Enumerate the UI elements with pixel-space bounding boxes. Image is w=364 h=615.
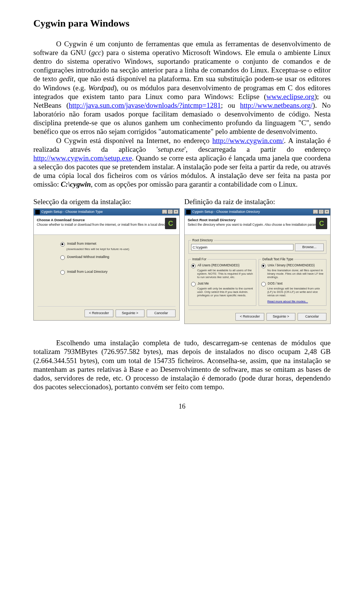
radio-icon [60, 255, 65, 260]
window-title: Cygwin Setup - Choose Installation Type [41, 210, 103, 214]
radio-just-me[interactable]: Just Me [191, 282, 254, 286]
dialog-install-type: Cygwin Setup - Choose Installation Type … [33, 208, 180, 321]
radio-download-only[interactable]: Download Without Installing [60, 255, 176, 260]
group-label: Root Directory [191, 238, 214, 242]
cygwin-logo-icon: C [165, 218, 176, 229]
radio-label: Install from Internet [67, 242, 96, 246]
radio-install-internet[interactable]: Install from Internet [60, 242, 176, 247]
browse-button[interactable]: Browse... [295, 244, 324, 251]
text: ', descarregada a partir do endereço [184, 145, 331, 153]
file-type-group: Default Text File Type Unix / binary (RE… [259, 259, 326, 306]
left-screenshot-col: Selecção da origem da instalação: Cygwin… [33, 197, 180, 324]
dialog-install-dir: Cygwin Setup - Choose Installation Direc… [184, 208, 331, 324]
screenshots-row: Selecção da origem da instalação: Cygwin… [33, 197, 331, 324]
window-title: Cygwin Setup - Choose Installation Direc… [192, 210, 260, 214]
cygwin-logo-icon: C [316, 218, 327, 229]
cygwin-setup-link[interactable]: http://www.cygwin.com/setup.exe [33, 154, 132, 162]
root-directory-group: Root Directory Browse... [188, 240, 326, 254]
left-caption: Selecção da origem da instalação: [33, 197, 180, 206]
radio-dos-text[interactable]: DOS / text [261, 282, 324, 286]
minimize-button[interactable]: _ [313, 209, 318, 214]
dialog-subheading: Choose whether to install or download fr… [37, 223, 176, 226]
minimize-button[interactable]: _ [162, 209, 167, 214]
right-caption: Definição da raiz de instalação: [184, 197, 331, 206]
group-label: Default Text File Type [261, 257, 294, 261]
file-modes-link[interactable]: Read more about file modes... [267, 300, 324, 304]
dialog-heading: Select Root Install Directory [188, 218, 327, 222]
gedit-term: gedit [59, 75, 74, 83]
radio-icon [261, 282, 266, 286]
paragraph-3: Escolhendo uma instalação completa de tu… [33, 338, 331, 391]
back-button[interactable]: < Retroceder [85, 310, 113, 317]
dialog-body: Install from Internet (downloaded files … [34, 235, 179, 306]
radio-icon [191, 264, 196, 268]
radio-icon [60, 242, 65, 247]
dialog-header: Choose A Download Source Choose whether … [34, 215, 179, 235]
radio-label: All Users (RECOMMENDED) [198, 263, 240, 267]
install-for-group: Install For All Users (RECOMMENDED) Cygw… [188, 259, 256, 306]
paragraph-2: O Cygwin está disponível na Internet, no… [33, 136, 331, 189]
titlebar: Cygwin Setup - Choose Installation Direc… [185, 209, 330, 215]
maximize-button[interactable]: □ [318, 209, 324, 214]
radio-label: DOS / text [268, 282, 282, 285]
cancel-button[interactable]: Cancelar [147, 310, 176, 317]
radio-icon [191, 282, 196, 286]
dialog-heading: Choose A Download Source [37, 218, 176, 222]
radio-local-dir[interactable]: Install from Local Directory [60, 270, 176, 275]
dialog-header: Select Root Install Directory Select the… [185, 215, 330, 235]
radio-label: Download Without Installing [67, 255, 109, 259]
cygwin-path: C:\cygwin [61, 180, 91, 188]
maximize-button[interactable]: □ [168, 209, 173, 214]
app-icon [35, 210, 40, 214]
page-title: Cygwin para Windows [33, 17, 331, 30]
netbeans-link[interactable]: http://www.netbeans.org/ [240, 101, 313, 109]
text: ; ou [221, 101, 240, 109]
radio-icon [261, 264, 266, 268]
app-icon [186, 210, 191, 214]
radio-label: Unix / binary (RECOMMENDED) [268, 263, 315, 267]
back-button[interactable]: < Retroceder [235, 313, 264, 321]
dialog-subheading: Select the directory where you want to i… [188, 223, 327, 226]
radio-description: Line endings will be translated from uni… [267, 287, 324, 297]
netbeans-download-link[interactable]: http://java.sun.com/javase/downloads/?in… [69, 101, 221, 109]
page-number: 16 [33, 403, 331, 411]
group-label: Install For [191, 257, 207, 261]
text: , com as opções por omissão para garanti… [91, 180, 298, 188]
radio-description: Cygwin will only be available to the cur… [197, 287, 254, 297]
radio-description: Cygwin will be available to all users of… [197, 269, 254, 279]
cancel-button[interactable]: Cancelar [298, 313, 326, 321]
dialog-body: Root Directory Browse... Install For All… [185, 235, 330, 310]
next-button[interactable]: Seguinte > [267, 313, 295, 321]
radio-label: Install from Local Directory [67, 270, 108, 274]
close-button[interactable]: × [173, 209, 179, 214]
radio-unix-binary[interactable]: Unix / binary (RECOMMENDED) [261, 263, 324, 268]
next-button[interactable]: Seguinte > [116, 310, 144, 317]
cygwin-link[interactable]: http://www.cygwin.com/ [212, 137, 284, 145]
paragraph-1: O Cygwin é um conjunto de ferramentas qu… [33, 39, 331, 136]
radio-note: (downloaded files will be kept for futur… [66, 247, 176, 251]
eclipse-link[interactable]: www.eclipse.org [266, 93, 314, 101]
text: O Cygwin está disponível na Internet, no… [56, 137, 212, 145]
setup-exe-term: setup.exe [158, 145, 184, 153]
radio-label: Just Me [198, 282, 209, 285]
gcc-term: gcc [91, 49, 101, 57]
radio-description: No line translation done; all files open… [267, 269, 324, 279]
radio-all-users[interactable]: All Users (RECOMMENDED) [191, 263, 254, 268]
radio-icon [60, 270, 65, 275]
wordpad-term: Wordpad [88, 84, 114, 92]
titlebar: Cygwin Setup - Choose Installation Type … [34, 209, 179, 215]
close-button[interactable]: × [324, 209, 329, 214]
root-directory-input[interactable] [191, 244, 293, 250]
right-screenshot-col: Definição da raiz de instalação: Cygwin … [184, 197, 331, 324]
